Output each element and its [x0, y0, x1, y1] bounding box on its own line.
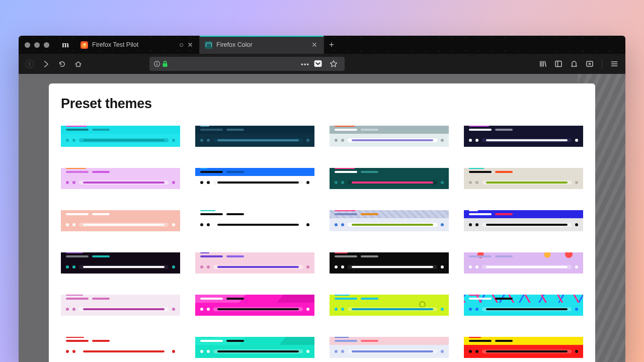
theme-dot: [441, 350, 444, 353]
theme-dot: [72, 181, 75, 184]
theme-preset[interactable]: [330, 210, 449, 231]
bookmark-star-icon[interactable]: [327, 57, 341, 71]
theme-urlbar: [482, 307, 572, 311]
theme-preset[interactable]: [464, 168, 583, 189]
theme-tab-inactive: [495, 298, 513, 300]
theme-dot: [172, 139, 175, 142]
back-button[interactable]: [23, 57, 37, 71]
firefox-color-icon: [205, 41, 212, 49]
theme-preset[interactable]: [464, 210, 583, 231]
theme-dot: [306, 265, 309, 268]
theme-dot: [575, 265, 578, 268]
theme-dot: [207, 308, 210, 311]
theme-tab-inactive: [92, 129, 110, 131]
theme-accent: [200, 337, 213, 338]
theme-preset[interactable]: [330, 337, 449, 358]
theme-preset[interactable]: [195, 126, 314, 147]
theme-tab-active: [66, 255, 89, 257]
theme-dot: [66, 265, 69, 268]
theme-preset[interactable]: [195, 252, 314, 274]
theme-preset[interactable]: [61, 168, 180, 189]
theme-preset[interactable]: [195, 168, 314, 189]
theme-urlbar: [348, 223, 437, 227]
toolbar: •••: [19, 54, 625, 74]
theme-tab-active: [66, 340, 89, 342]
theme-tabstrip: [330, 337, 449, 345]
theme-preset[interactable]: [61, 295, 180, 316]
theme-preset[interactable]: [195, 337, 314, 358]
theme-toolbar: [61, 176, 180, 189]
theme-preset[interactable]: [464, 295, 583, 316]
url-bar[interactable]: •••: [149, 57, 345, 71]
site-info-icon[interactable]: [153, 60, 160, 67]
theme-preset[interactable]: [464, 337, 583, 358]
theme-tabstrip: [195, 337, 314, 345]
tab-firefox-color[interactable]: Firefox Color: [200, 36, 324, 54]
theme-dot: [441, 139, 444, 142]
theme-tab-inactive: [92, 255, 110, 257]
theme-dot: [172, 308, 175, 311]
screenshot-button[interactable]: [583, 57, 597, 71]
close-tab-icon[interactable]: [311, 42, 318, 48]
theme-tabstrip: [330, 210, 449, 218]
forward-button[interactable]: [39, 57, 53, 71]
theme-urlbar: [482, 349, 572, 353]
page-actions-button[interactable]: •••: [301, 60, 309, 68]
library-button[interactable]: [536, 57, 550, 71]
theme-urlbar: [213, 349, 303, 353]
theme-accent: [66, 295, 83, 296]
theme-urlbar: [482, 180, 572, 185]
theme-accent: [335, 210, 356, 211]
theme-urlbar: [482, 223, 572, 227]
theme-tab-active: [66, 171, 89, 173]
sidebar-button[interactable]: [551, 57, 566, 71]
theme-tabstrip: [464, 295, 583, 303]
theme-preset[interactable]: [330, 126, 449, 147]
theme-dot: [469, 350, 472, 353]
svg-rect-3: [156, 63, 157, 65]
theme-tabstrip: [330, 295, 449, 303]
theme-preset[interactable]: [61, 210, 180, 231]
notifications-button[interactable]: [567, 57, 581, 71]
theme-dot: [341, 308, 344, 311]
close-window-icon[interactable]: [25, 42, 30, 48]
content-area: Preset themes: [19, 74, 625, 362]
theme-toolbar: [61, 345, 180, 358]
theme-preset[interactable]: [464, 126, 583, 147]
theme-tab-inactive: [226, 298, 244, 300]
tab-test-pilot[interactable]: Firefox Test Pilot: [75, 36, 200, 54]
theme-tab-active: [469, 255, 492, 257]
theme-preset[interactable]: [195, 295, 314, 316]
reload-button[interactable]: [55, 57, 69, 71]
theme-dot: [207, 181, 210, 184]
pinned-tab[interactable]: m: [55, 36, 75, 54]
minimize-window-icon[interactable]: [34, 42, 40, 48]
theme-dot: [475, 265, 478, 268]
theme-urlbar: [348, 180, 437, 185]
pocket-button[interactable]: [312, 58, 324, 69]
theme-accent: [469, 295, 480, 296]
theme-toolbar: [464, 260, 583, 274]
theme-preset[interactable]: [61, 126, 180, 147]
traffic-lights[interactable]: [19, 36, 55, 54]
theme-preset[interactable]: [61, 337, 180, 358]
close-tab-icon[interactable]: [187, 42, 194, 48]
app-menu-button[interactable]: [607, 57, 621, 71]
zoom-window-icon[interactable]: [44, 42, 49, 48]
svg-rect-5: [314, 60, 322, 67]
theme-preset[interactable]: [61, 252, 180, 274]
theme-urlbar: [482, 138, 572, 142]
theme-tabstrip: [195, 126, 314, 134]
theme-tab-inactive: [361, 255, 378, 257]
theme-toolbar: [61, 260, 180, 274]
theme-preset[interactable]: [330, 295, 449, 316]
theme-dot: [306, 223, 309, 226]
theme-urlbar: [79, 349, 169, 353]
theme-preset[interactable]: [330, 252, 449, 274]
new-tab-button[interactable]: +: [324, 36, 339, 54]
theme-preset[interactable]: [195, 210, 314, 231]
home-button[interactable]: [71, 57, 85, 71]
theme-preset[interactable]: [330, 168, 449, 189]
theme-preset[interactable]: [464, 252, 583, 274]
theme-dot: [475, 223, 478, 226]
